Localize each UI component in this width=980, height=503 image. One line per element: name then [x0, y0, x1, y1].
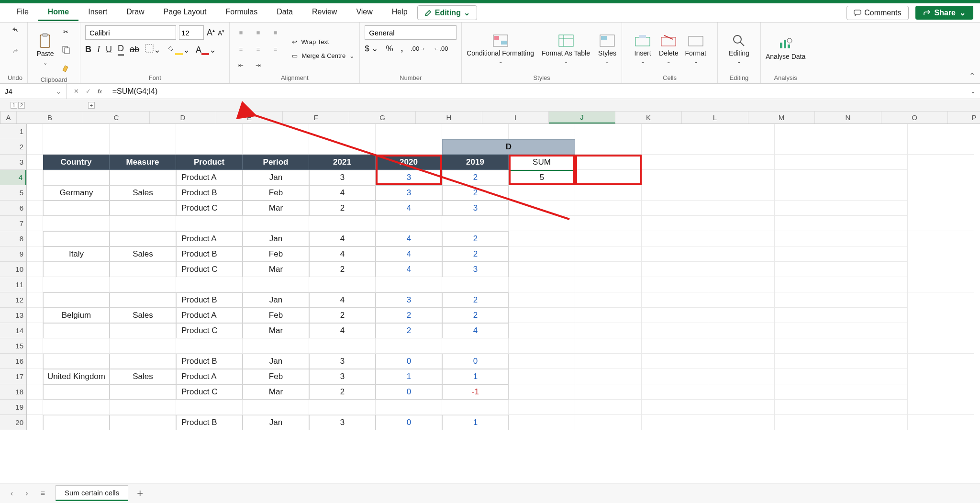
cell[interactable] [841, 415, 908, 430]
align-right-icon[interactable]: ≡ [269, 43, 281, 55]
cell[interactable] [509, 338, 575, 354]
cell[interactable]: United Kingdom [43, 369, 110, 384]
cell[interactable] [509, 185, 575, 201]
cell[interactable]: Product B [176, 415, 243, 430]
column-header-E[interactable]: E [216, 112, 283, 123]
tab-file[interactable]: File [7, 5, 38, 21]
tab-help[interactable]: Help [382, 5, 417, 21]
cell[interactable] [642, 124, 708, 139]
tab-view[interactable]: View [346, 5, 382, 21]
cell[interactable] [708, 384, 775, 400]
comments-button[interactable]: Comments [846, 6, 908, 20]
cell[interactable] [27, 201, 43, 216]
redo-icon[interactable] [9, 46, 22, 59]
align-bottom-icon[interactable]: ≡ [269, 26, 281, 39]
share-button[interactable]: Share ⌄ [915, 6, 973, 20]
cell[interactable]: 2 [309, 384, 376, 400]
cell[interactable]: Mar [243, 384, 309, 400]
cell[interactable] [708, 170, 775, 185]
cell[interactable] [43, 354, 110, 369]
merge-centre-button[interactable]: ▭Merge & Centre ⌄ [292, 52, 355, 59]
cell[interactable] [110, 216, 176, 231]
cell[interactable]: Product A [176, 308, 243, 323]
cell[interactable]: 2 [442, 292, 509, 308]
cell[interactable] [243, 338, 309, 354]
cell[interactable] [708, 308, 775, 323]
cell[interactable]: D [442, 139, 575, 155]
cell[interactable]: 2020 [376, 155, 442, 170]
cell[interactable] [775, 201, 841, 216]
cell[interactable]: 3 [309, 369, 376, 384]
cell[interactable] [43, 323, 110, 338]
cell[interactable] [575, 384, 642, 400]
cell[interactable] [509, 246, 575, 262]
cell[interactable] [309, 277, 376, 292]
cell[interactable] [43, 262, 110, 277]
cell[interactable]: 3 [309, 415, 376, 430]
tab-insert[interactable]: Insert [78, 5, 117, 21]
cell[interactable]: Measure [110, 155, 176, 170]
cell[interactable] [841, 246, 908, 262]
cell[interactable]: Sales [110, 185, 176, 201]
cell[interactable] [642, 216, 708, 231]
align-center-icon[interactable]: ≡ [252, 43, 264, 55]
editing-group-button[interactable]: Editing⌄ [729, 34, 749, 64]
name-box[interactable]: J4⌄ [0, 84, 67, 99]
cell[interactable]: 4 [309, 185, 376, 201]
cell[interactable]: Feb [243, 185, 309, 201]
cell[interactable] [110, 262, 176, 277]
cell[interactable] [27, 369, 43, 384]
expand-formula-bar-icon[interactable]: ⌄ [966, 88, 980, 95]
row-header-1[interactable]: 1 [0, 124, 26, 139]
row-header-5[interactable]: 5 [0, 185, 26, 201]
cell[interactable] [27, 354, 43, 369]
cell[interactable] [309, 139, 376, 155]
cell[interactable] [841, 124, 908, 139]
conditional-formatting-button[interactable]: Conditional Formatting⌄ [467, 34, 534, 64]
cell[interactable] [309, 400, 376, 415]
cell[interactable] [775, 170, 841, 185]
cell[interactable] [775, 384, 841, 400]
column-header-P[interactable]: P [948, 112, 980, 123]
cell[interactable] [43, 338, 110, 354]
cell[interactable] [575, 262, 642, 277]
cell[interactable] [509, 231, 575, 246]
cell[interactable] [575, 415, 642, 430]
cell[interactable] [841, 384, 908, 400]
cell[interactable] [841, 231, 908, 246]
cell[interactable] [442, 124, 509, 139]
cell[interactable] [775, 216, 841, 231]
cell[interactable] [708, 400, 775, 415]
cell[interactable] [176, 338, 243, 354]
cell[interactable] [509, 354, 575, 369]
cell[interactable] [908, 216, 974, 231]
column-header-I[interactable]: I [482, 112, 549, 123]
cell[interactable]: 1 [442, 415, 509, 430]
cell[interactable]: Feb [243, 246, 309, 262]
cell[interactable] [908, 400, 974, 415]
cell[interactable]: Product C [176, 323, 243, 338]
cell[interactable]: Jan [243, 231, 309, 246]
wrap-text-button[interactable]: ↩Wrap Text [292, 38, 355, 45]
cell[interactable] [110, 323, 176, 338]
cell[interactable] [775, 292, 841, 308]
cell[interactable] [27, 216, 43, 231]
cell[interactable] [442, 338, 509, 354]
align-left-icon[interactable]: ≡ [234, 43, 247, 55]
cell[interactable] [841, 170, 908, 185]
cell[interactable]: Belgium [43, 308, 110, 323]
cell[interactable] [575, 216, 642, 231]
cell[interactable] [708, 124, 775, 139]
cell[interactable] [442, 277, 509, 292]
cell[interactable]: Mar [243, 262, 309, 277]
cell[interactable] [110, 292, 176, 308]
cell[interactable] [27, 246, 43, 262]
cell[interactable] [309, 216, 376, 231]
cell[interactable] [775, 231, 841, 246]
cell[interactable] [575, 201, 642, 216]
cell[interactable] [841, 400, 908, 415]
cell[interactable]: 4 [309, 231, 376, 246]
cell[interactable] [442, 216, 509, 231]
cell[interactable]: Jan [243, 415, 309, 430]
cell[interactable] [509, 201, 575, 216]
